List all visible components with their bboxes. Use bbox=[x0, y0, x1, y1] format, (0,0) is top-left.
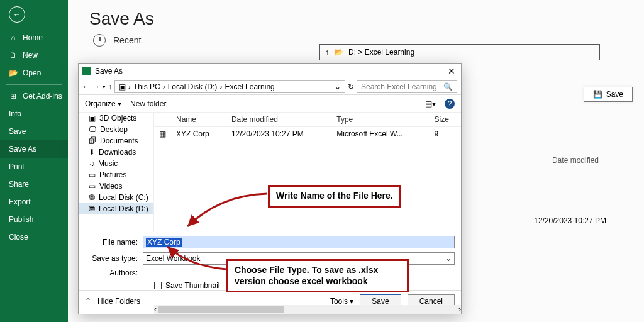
file-date: 12/20/2023 10:27 PM bbox=[226, 127, 331, 142]
sidebar-item-label: Open bbox=[23, 69, 41, 77]
location-bar[interactable]: ↑ 📂 D: > Excel Learning bbox=[319, 44, 600, 60]
tree-node[interactable]: ⛃Local Disk (C:) bbox=[79, 192, 153, 203]
tree-node[interactable]: 🗐Documents bbox=[79, 135, 153, 147]
pictures-icon: ▭ bbox=[89, 170, 96, 179]
view-menu[interactable]: ▤▾ bbox=[425, 99, 436, 108]
sidebar-item-open[interactable]: 📂Open bbox=[0, 64, 68, 82]
tree-node[interactable]: ♫Music bbox=[79, 158, 153, 169]
horizontal-scrollbar[interactable]: ‹› bbox=[154, 305, 461, 314]
back-button[interactable]: ← bbox=[9, 6, 25, 23]
tree-node[interactable]: ⬇Downloads bbox=[79, 147, 153, 158]
addins-icon: ⊞ bbox=[9, 92, 18, 101]
dialog-titlebar: Save As ✕ bbox=[79, 64, 461, 79]
chevron-down-icon[interactable]: ⌄ bbox=[335, 82, 341, 91]
file-type: Microsoft Excel W... bbox=[331, 127, 429, 142]
sidebar-item-close[interactable]: Close bbox=[0, 228, 68, 246]
folder-tree[interactable]: ▣3D Objects 🖵Desktop 🗐Documents ⬇Downloa… bbox=[79, 113, 154, 232]
file-name: XYZ Corp bbox=[171, 127, 226, 142]
folder-icon: ▣ bbox=[119, 82, 126, 91]
chevron-down-icon: ⌄ bbox=[445, 254, 452, 263]
sidebar-item-label: Close bbox=[9, 233, 28, 242]
tree-node[interactable]: ▭Pictures bbox=[79, 169, 153, 180]
sidebar-item-print[interactable]: Print bbox=[0, 158, 68, 175]
sidebar-item-publish[interactable]: Publish bbox=[0, 211, 68, 228]
path-segment[interactable]: Excel Learning bbox=[225, 82, 274, 91]
disk-icon: ⛃ bbox=[89, 204, 95, 213]
tree-node[interactable]: ▣3D Objects bbox=[79, 113, 153, 124]
col-size[interactable]: Size bbox=[430, 113, 461, 127]
search-icon: 🔍 bbox=[443, 82, 453, 91]
nav-back-button[interactable]: ← bbox=[82, 82, 90, 91]
tree-node[interactable]: ▭Videos bbox=[79, 180, 153, 192]
filename-label: File name: bbox=[85, 238, 143, 247]
sidebar-item-label: Publish bbox=[9, 215, 33, 224]
save-icon: 💾 bbox=[593, 90, 602, 99]
col-name[interactable]: Name bbox=[171, 113, 226, 127]
hide-folders-button[interactable]: Hide Folders bbox=[97, 297, 140, 306]
sidebar-item-label: Export bbox=[9, 197, 31, 206]
save-thumbnail-label: Save Thumbnail bbox=[165, 281, 220, 290]
search-placeholder: Search Excel Learning bbox=[361, 82, 437, 91]
sidebar-item-save[interactable]: Save bbox=[0, 123, 68, 140]
excel-icon bbox=[82, 67, 91, 75]
backstage-sidebar: ← ⌂Home 🗋New 📂Open ⊞Get Add-ins Info Sav… bbox=[0, 0, 68, 322]
folder-icon: 📂 bbox=[334, 48, 343, 57]
help-button[interactable]: ? bbox=[445, 99, 455, 109]
sidebar-item-share[interactable]: Share bbox=[0, 175, 68, 193]
videos-icon: ▭ bbox=[89, 182, 96, 191]
path-box[interactable]: ▣ ›This PC ›Local Disk (D:) ›Excel Learn… bbox=[114, 80, 345, 93]
sidebar-item-export[interactable]: Export bbox=[0, 193, 68, 211]
3d-icon: ▣ bbox=[89, 114, 96, 123]
file-row[interactable]: ▦ XYZ Corp 12/20/2023 10:27 PM Microsoft… bbox=[154, 127, 461, 142]
annotation-filename: Write Name of the File Here. bbox=[268, 185, 401, 208]
sidebar-item-addins[interactable]: ⊞Get Add-ins bbox=[0, 87, 68, 105]
authors-label: Authors: bbox=[85, 269, 143, 277]
nav-up-button[interactable]: ↑ bbox=[108, 82, 112, 91]
annotation-filetype: Choose File Type. To save as .xlsx versi… bbox=[226, 259, 409, 292]
file-list[interactable]: Name Date modified Type Size ▦ XYZ Corp … bbox=[154, 113, 461, 232]
sidebar-item-info[interactable]: Info bbox=[0, 105, 68, 123]
desktop-icon: 🖵 bbox=[89, 125, 96, 134]
filetype-label: Save as type: bbox=[85, 254, 143, 263]
dialog-title: Save As bbox=[95, 67, 123, 75]
date-modified-value: 12/20/2023 10:27 PM bbox=[534, 216, 606, 225]
save-label: Save bbox=[606, 90, 623, 99]
sidebar-item-label: Info bbox=[9, 109, 21, 118]
tree-node[interactable]: ⛃Local Disk (D:) bbox=[79, 203, 153, 214]
chevron-up-icon: ⌃ bbox=[85, 297, 91, 306]
tree-node[interactable]: 🖵Desktop bbox=[79, 124, 153, 135]
dialog-toolbar: Organize ▾ New folder ▤▾ ? bbox=[79, 95, 461, 113]
sidebar-item-label: Print bbox=[9, 162, 25, 171]
tools-menu[interactable]: Tools ▾ bbox=[330, 297, 353, 306]
path-segment[interactable]: Local Disk (D:) bbox=[168, 82, 218, 91]
sidebar-item-label: Save As bbox=[9, 145, 36, 153]
new-icon: 🗋 bbox=[9, 51, 18, 60]
up-icon[interactable]: ↑ bbox=[325, 48, 329, 57]
col-type[interactable]: Type bbox=[331, 113, 429, 127]
music-icon: ♫ bbox=[89, 159, 94, 168]
documents-icon: 🗐 bbox=[89, 136, 96, 145]
sidebar-item-new[interactable]: 🗋New bbox=[0, 47, 68, 64]
open-icon: 📂 bbox=[9, 69, 18, 77]
sidebar-item-label: Share bbox=[9, 180, 29, 189]
clock-icon bbox=[93, 34, 106, 47]
disk-icon: ⛃ bbox=[89, 193, 95, 202]
nav-forward-button[interactable]: → bbox=[92, 82, 100, 91]
search-box[interactable]: Search Excel Learning 🔍 bbox=[357, 80, 457, 93]
save-thumbnail-checkbox[interactable] bbox=[154, 282, 162, 289]
path-segment[interactable]: This PC bbox=[133, 82, 160, 91]
col-date[interactable]: Date modified bbox=[226, 113, 331, 127]
close-button[interactable]: ✕ bbox=[446, 66, 457, 76]
new-folder-button[interactable]: New folder bbox=[130, 99, 166, 108]
sidebar-item-label: Save bbox=[9, 127, 26, 136]
recent-label: Recent bbox=[113, 35, 141, 45]
location-text: D: > Excel Learning bbox=[348, 48, 414, 57]
sidebar-item-saveas[interactable]: Save As bbox=[0, 140, 68, 158]
organize-menu[interactable]: Organize ▾ bbox=[85, 99, 121, 108]
page-title: Save As bbox=[89, 9, 644, 29]
refresh-button[interactable]: ↻ bbox=[348, 82, 354, 91]
excel-file-icon: ▦ bbox=[159, 130, 166, 138]
filename-input[interactable]: XYZ Corp bbox=[143, 236, 455, 248]
save-button[interactable]: 💾 Save bbox=[584, 87, 633, 102]
sidebar-item-home[interactable]: ⌂Home bbox=[0, 29, 68, 47]
